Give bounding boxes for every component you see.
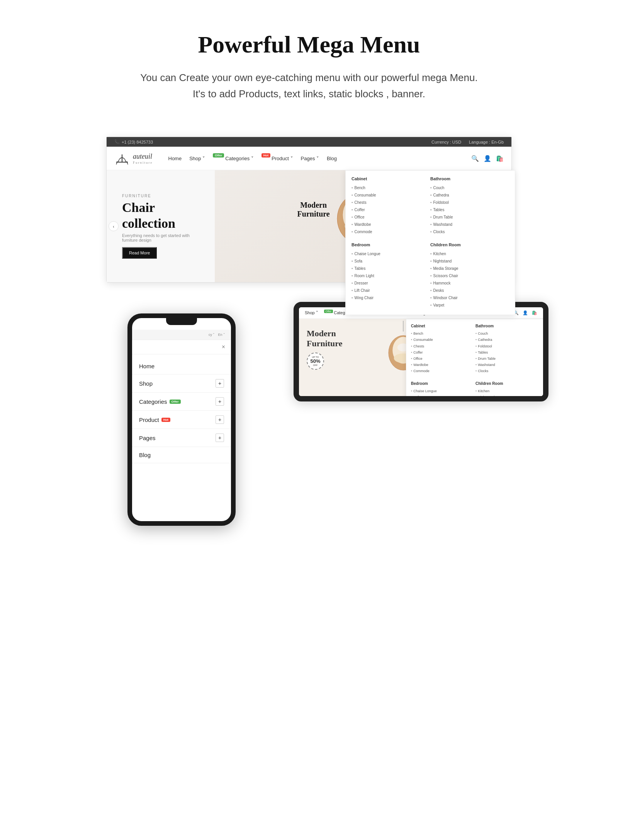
topbar-right: Currency : USD Language : En-Gb [431,140,504,144]
mega-item[interactable]: Desks [430,287,509,294]
tablet-nav-shop[interactable]: Shop ˅ [305,310,318,315]
tablet-mega-item[interactable]: Kitchen [475,388,540,394]
menu-label-home: Home [139,363,154,369]
tablet-mega-item[interactable]: Nightstand [475,394,540,396]
hero-area: ‹ FURNITURE Chair collection Everything … [107,170,511,282]
tablet-mega-item[interactable]: Commode [411,368,475,374]
tablet-mega-item[interactable]: Sofa [411,394,475,396]
tablet-mega-item[interactable]: Cathedra [475,337,540,343]
user-icon[interactable]: 👤 [484,155,491,162]
nav-pages[interactable]: Pages ˅ [301,156,319,161]
mega-item[interactable]: Bench [351,184,430,191]
topbar: 📞 +1 (23) 8425733 Currency : USD Languag… [107,137,511,147]
tablet-mega-item[interactable]: Couch [475,330,540,337]
tablet-mega-item[interactable]: Clocks [475,368,540,374]
nav-product[interactable]: Hot Product ˅ [261,156,293,161]
mega-item[interactable]: Media Storage [430,265,509,272]
mega-item[interactable]: Scissors Chair [430,272,509,279]
tablet-mega-item[interactable]: Chaise Longue [411,388,475,394]
mega-item[interactable]: Room Light [351,272,430,279]
mega-item[interactable]: Chaise Longue [351,250,430,257]
language-selector[interactable]: Language : En-Gb [469,140,504,144]
tablet-mega-item[interactable]: Chests [411,343,475,349]
plus-icon-shop[interactable]: + [216,379,224,388]
mega-item[interactable]: Commode [351,228,430,235]
tablet-mega-col-bathroom: Bathroom Couch Cathedra Foldstool Tables… [475,324,540,396]
mega-item[interactable]: Office [351,213,430,221]
phone-menu-item-product[interactable]: Product Hot + [132,411,231,429]
mega-item[interactable]: Cathedra [430,191,509,199]
mega-item[interactable]: Kitchen [430,250,509,257]
phone-menu-item-categories[interactable]: Categories Offer + [132,393,231,411]
phone-menu-item-home[interactable]: Home [132,358,231,374]
cart-icon[interactable]: 🛍️ [496,155,504,162]
phone-icon: 📞 [114,139,120,144]
badge-hot: Hot [261,153,270,158]
mega-item[interactable]: Dresser [351,279,430,287]
badge-offer: Offer [213,153,224,158]
bottom-section: cy ˅ En ˅ × Home Shop + [0,290,618,537]
mega-item[interactable]: Clocks [430,228,509,235]
mega-item[interactable]: Washstand [430,221,509,228]
mega-item[interactable]: Sofa [351,257,430,265]
page-title: Powerful Mega Menu [81,31,537,58]
nav-categories[interactable]: Offer Categories ˅ [213,156,254,161]
plus-icon-pages[interactable]: + [216,434,224,442]
phone-menu-item-shop[interactable]: Shop + [132,374,231,393]
mega-item[interactable]: Hammock [430,279,509,287]
mega-item[interactable]: Drum Table [430,213,509,221]
topbar-phone: 📞 +1 (23) 8425733 [114,139,153,144]
plus-icon-categories[interactable]: + [216,397,224,406]
tablet-mega-item[interactable]: Drum Table [475,356,540,362]
hero-image-text2: Furniture [297,210,330,218]
nav-icons: 🔍 👤 🛍️ [471,155,504,162]
tablet-mockup-container: Shop ˅ Offer Categories ˅ Hot Product ˅ … [236,302,491,401]
tablet-mega-item[interactable]: Wardtobe [411,362,475,368]
mega-item[interactable]: Varpet [430,301,509,309]
nav-shop[interactable]: Shop ˅ [189,156,205,161]
menu-label-product: Product Hot [139,417,170,423]
mega-item[interactable]: Lift Chair [351,287,430,294]
page-subtitle: You can Create your own eye-catching men… [81,70,537,102]
tablet-mega-item[interactable]: Bench [411,330,475,337]
tablet-hero: ModernFurniture UP TO 50% OFF [299,319,543,396]
tablet-mega-item[interactable]: Office [411,356,475,362]
tablet-user-icon[interactable]: 👤 [523,310,528,315]
search-icon[interactable]: 🔍 [471,155,479,162]
mega-item[interactable]: Chests [351,199,430,206]
phone-menu: Home Shop + Categories Offer + [132,354,231,467]
tablet-mega-item[interactable]: Coffer [411,349,475,356]
hero-description: Everything needs to get started with fur… [122,233,199,242]
mega-item[interactable]: Tables [430,206,509,213]
logo-text-block: auteuil Furniture [133,152,153,164]
phone-menu-item-blog[interactable]: Blog [132,447,231,463]
menu-label-shop: Shop [139,380,153,387]
tablet-mega-item[interactable]: Tables [475,349,540,356]
nav-blog[interactable]: Blog [327,156,337,161]
tablet-mega-title-cabinet: Cabinet [411,324,475,328]
tablet-mega-menu: Cabinet Bench Consumable Chests Coffer O… [406,319,543,396]
mega-item[interactable]: Foldstool [430,199,509,206]
mega-item[interactable]: Wing Chair [351,294,430,301]
mega-item[interactable]: Tables [351,265,430,272]
phone-number: +1 (23) 8425733 [122,140,153,144]
mega-item[interactable]: Consumable [351,191,430,199]
tablet-mega-item[interactable]: Foldstool [475,343,540,349]
phone-mockup-container: cy ˅ En ˅ × Home Shop + [127,313,236,526]
mega-item[interactable]: Windsor Chair [430,294,509,301]
slider-prev-btn[interactable]: ‹ [109,221,119,231]
phone-close-btn[interactable]: × [216,342,231,352]
mega-item[interactable]: Wardtobe [351,221,430,228]
badge-hot-phone: Hot [161,418,170,422]
read-more-button[interactable]: Read More [122,247,157,259]
nav-home[interactable]: Home [168,156,182,161]
plus-icon-product[interactable]: + [216,415,224,424]
tablet-mega-item[interactable]: Consumable [411,337,475,343]
phone-menu-item-pages[interactable]: Pages + [132,429,231,447]
mega-item[interactable]: Coffer [351,206,430,213]
mega-item[interactable]: Nightstand [430,257,509,265]
tablet-mega-item[interactable]: Washstand [475,362,540,368]
currency-selector[interactable]: Currency : USD [431,140,461,144]
tablet-cart-icon[interactable]: 🛍️ [532,310,537,315]
mega-item[interactable]: Couch [430,184,509,191]
